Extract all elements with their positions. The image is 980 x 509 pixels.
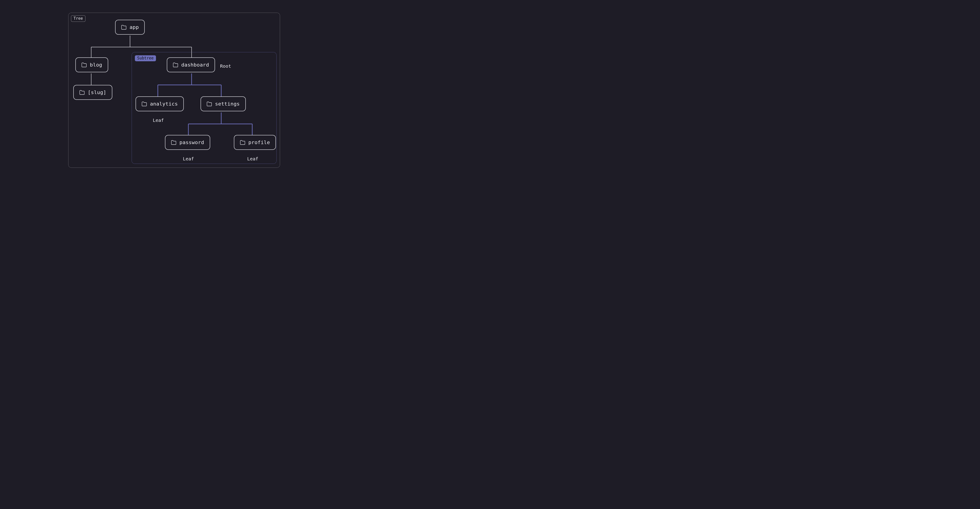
folder-icon [81,63,87,67]
node-label: password [180,140,204,145]
tree-frame-label: Tree [71,15,86,22]
folder-icon [240,140,245,145]
annotation-leaf-password: Leaf [183,156,194,162]
annotation-root: Root [220,63,231,69]
annotation-leaf-analytics: Leaf [153,117,164,123]
folder-icon [79,90,85,95]
folder-icon [171,140,177,145]
node-profile: profile [234,135,276,150]
folder-icon [142,101,147,106]
folder-icon [121,25,127,30]
annotation-leaf-profile: Leaf [247,156,258,162]
node-app: app [115,20,145,35]
node-label: profile [248,140,270,145]
node-label: blog [90,62,102,68]
node-label: app [130,24,139,30]
node-blog: blog [75,57,108,72]
subtree-frame-label: Subtree [135,55,156,61]
diagram-canvas: Tree Subtree app blog [slug] dashboard a… [0,0,347,181]
node-settings: settings [200,97,246,111]
node-analytics: analytics [135,97,184,111]
node-slug: [slug] [73,85,112,100]
node-label: settings [215,101,240,107]
node-label: dashboard [181,62,209,68]
folder-icon [207,101,212,106]
node-password: password [165,135,210,150]
node-label: analytics [150,101,178,107]
node-label: [slug] [88,89,107,95]
folder-icon [173,63,178,67]
node-dashboard: dashboard [167,57,215,72]
